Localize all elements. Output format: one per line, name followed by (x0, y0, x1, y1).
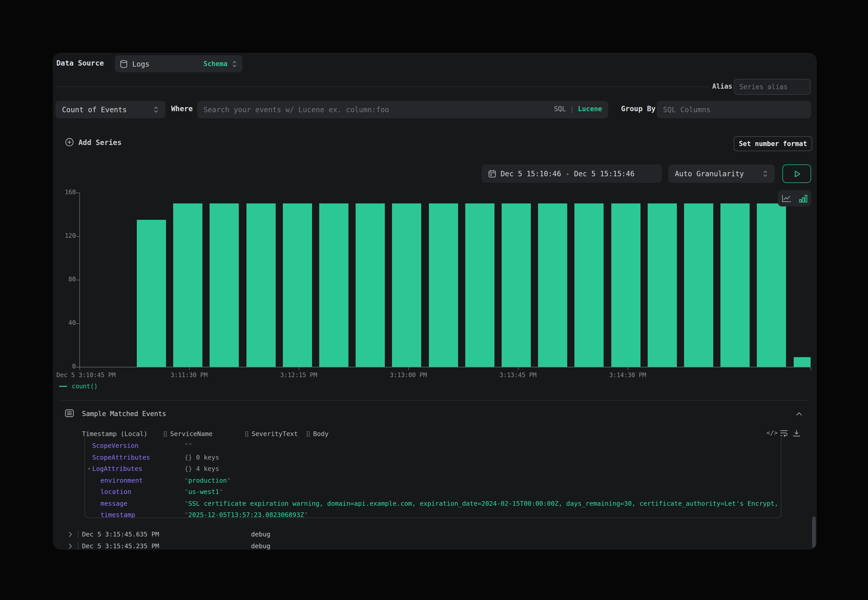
attribute-row[interactable]: location"us-west1" (85, 486, 781, 498)
chevron-updown-icon (153, 106, 159, 114)
alias-label: Alias (712, 82, 732, 90)
bar (283, 204, 312, 367)
text-wrap-icon[interactable] (780, 429, 788, 437)
bar (429, 204, 458, 367)
attribute-row[interactable]: environment"production" (85, 475, 781, 486)
chevron-updown-icon (232, 60, 237, 68)
x-tick-label: Dec 5 3:10:45 PM (56, 371, 115, 379)
x-tick-label: 3:13:00 PM (390, 371, 427, 379)
x-tick-label: 3:12:15 PM (280, 371, 317, 379)
list-icon (65, 409, 74, 417)
y-tick (76, 323, 79, 324)
attribute-value: {} 0 keys (185, 452, 777, 463)
event-timestamp: Dec 5 3:15:45.635 PM (82, 530, 159, 538)
bar (648, 204, 677, 367)
event-severity: debug (251, 530, 270, 538)
time-range-picker[interactable]: Dec 5 15:10:46 - Dec 5 15:15:46 (482, 165, 662, 183)
bar (392, 204, 421, 367)
add-series-button[interactable]: Add Series (65, 138, 122, 147)
granularity-value: Auto Granularity (675, 170, 744, 178)
y-axis-line (79, 192, 80, 367)
bar (757, 204, 786, 367)
line-chart-icon[interactable] (782, 194, 792, 203)
attribute-key: LogAttributes (92, 463, 142, 475)
run-query-button[interactable] (782, 165, 811, 183)
bar (356, 204, 385, 367)
x-tick (628, 367, 628, 370)
schema-link[interactable]: Schema (203, 60, 227, 68)
aggregate-select[interactable]: Count of Events (55, 101, 165, 118)
chart-explorer-panel: Data Source Logs Schema Alias Count of E… (53, 53, 817, 550)
legend-swatch (59, 386, 67, 387)
bar (319, 204, 348, 367)
bar (210, 204, 239, 367)
expanded-event-viewport[interactable]: ScopeVersion""ScopeAttributes{} 0 keys▾L… (85, 438, 782, 518)
chart-type-toggle (778, 190, 811, 206)
data-source-value: Logs (132, 60, 149, 68)
column-label: Timestamp (Local) (82, 430, 148, 438)
attribute-row[interactable]: ▾LogAttributes{} 4 keys (85, 463, 781, 475)
data-source-label: Data Source (56, 59, 104, 67)
search-box: SQL | Lucene (197, 101, 608, 118)
bar (575, 204, 604, 367)
event-row[interactable]: Dec 5 3:15:45.635 PMdebug (53, 529, 817, 540)
collapse-triangle-icon[interactable]: ▾ (88, 463, 91, 475)
divider (61, 400, 809, 401)
sql-option[interactable]: SQL (554, 105, 566, 113)
column-label: ServiceName (170, 430, 213, 438)
attribute-key: message (100, 498, 127, 509)
bar (794, 357, 810, 367)
legend-entry: count() (72, 383, 98, 390)
attribute-row[interactable]: timestamp"2025-12-05T13:57:23.082306893Z… (85, 509, 781, 518)
search-input[interactable] (197, 101, 608, 118)
attribute-row[interactable]: ScopeAttributes{} 0 keys (85, 452, 781, 463)
x-tick (189, 367, 189, 370)
set-number-format-button[interactable]: Set number format (734, 136, 812, 151)
bar (720, 204, 750, 367)
attribute-row[interactable]: message"SSL certificate expiration warni… (85, 498, 781, 509)
y-tick (76, 236, 79, 237)
plus-circle-icon (65, 138, 74, 147)
query-language-toggle[interactable]: SQL | Lucene (554, 105, 602, 113)
granularity-select[interactable]: Auto Granularity (668, 165, 775, 183)
where-label: Where (171, 105, 193, 113)
lucene-option[interactable]: Lucene (578, 105, 602, 113)
drag-handle-icon[interactable] (244, 430, 249, 437)
play-icon (792, 169, 801, 178)
group-by-input[interactable] (657, 101, 811, 118)
attribute-row[interactable]: ScopeVersion"" (85, 440, 781, 452)
column-header-body[interactable]: Body (306, 430, 329, 438)
x-tick-label: 3:11:30 PM (171, 371, 208, 379)
attribute-key: timestamp (100, 509, 135, 518)
expand-chevron-icon[interactable] (69, 531, 72, 538)
column-label: Body (313, 430, 329, 438)
chevron-updown-icon (762, 170, 768, 178)
scrollbar-thumb[interactable] (812, 517, 816, 548)
bar-chart-icon[interactable] (799, 194, 807, 203)
attr-rows: ScopeVersion""ScopeAttributes{} 0 keys▾L… (85, 440, 781, 518)
code-view-icon[interactable]: </> (767, 429, 777, 436)
download-icon[interactable] (793, 429, 800, 437)
attribute-value: "2025-12-05T13:57:23.082306893Z" (185, 509, 777, 518)
y-tick (76, 367, 79, 367)
data-source-select[interactable]: Logs Schema (115, 55, 242, 72)
chart-legend: count() (59, 383, 98, 390)
column-header-servicename[interactable]: ServiceName (163, 430, 213, 438)
x-tick (299, 367, 299, 370)
drag-handle-icon[interactable] (306, 430, 311, 437)
row-separator (78, 530, 79, 538)
column-header-severitytext[interactable]: SeverityText (244, 430, 298, 438)
column-header-timestamp[interactable]: Timestamp (Local) (82, 430, 148, 438)
collapse-section-icon[interactable] (796, 412, 803, 416)
expand-chevron-icon[interactable] (69, 543, 72, 549)
sample-matched-events-title: Sample Matched Events (82, 410, 166, 418)
column-label: SeverityText (251, 430, 298, 438)
drag-handle-icon[interactable] (163, 430, 168, 437)
event-row[interactable]: Dec 5 3:15:45.235 PMdebug (53, 540, 817, 550)
x-tick (518, 367, 518, 370)
row-separator (78, 542, 79, 550)
alias-input[interactable] (734, 79, 810, 95)
attribute-value: "" (185, 440, 777, 452)
bar (501, 204, 531, 367)
attribute-key: location (100, 486, 131, 498)
